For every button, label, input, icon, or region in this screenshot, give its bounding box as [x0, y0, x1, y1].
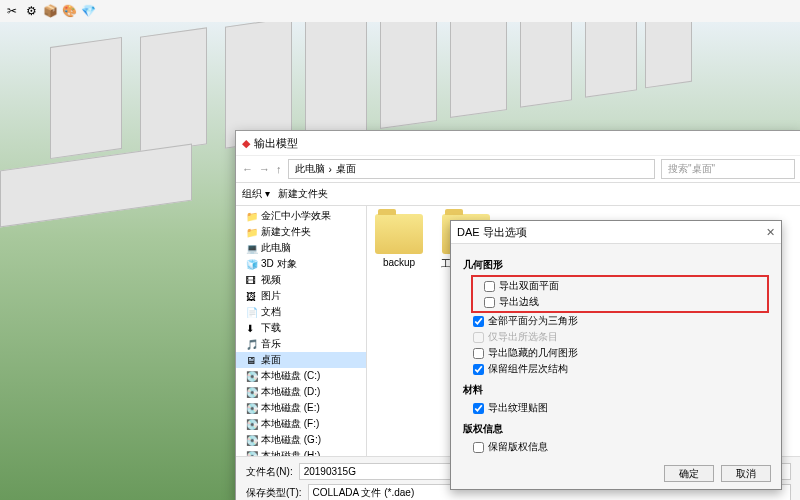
- sidebar-icon: 🎞: [246, 275, 258, 286]
- sidebar-item[interactable]: 🖥桌面: [236, 352, 366, 368]
- sidebar-icon: 💽: [246, 371, 258, 382]
- cb-hidden: 仅导出所选条目: [473, 329, 769, 345]
- cb-two-faces[interactable]: 导出双面平面: [484, 278, 766, 294]
- sidebar-label: 下载: [261, 321, 281, 335]
- sidebar-icon: 📁: [246, 227, 258, 238]
- sidebar-item[interactable]: 🖼图片: [236, 288, 366, 304]
- tool-icon[interactable]: ✂: [4, 3, 20, 19]
- sidebar-item[interactable]: 🎞视频: [236, 272, 366, 288]
- sidebar-item[interactable]: 💽本地磁盘 (H:): [236, 448, 366, 456]
- sidebar-item[interactable]: 💽本地磁盘 (D:): [236, 384, 366, 400]
- new-folder-button[interactable]: 新建文件夹: [278, 187, 328, 201]
- sidebar-label: 新建文件夹: [261, 225, 311, 239]
- file-toolbar: 组织 ▾ 新建文件夹: [236, 183, 800, 206]
- breadcrumb-bar: ← → ↑ 此电脑 › 桌面 搜索"桌面": [236, 156, 800, 183]
- search-input[interactable]: 搜索"桌面": [661, 159, 795, 179]
- options-title: DAE 导出选项: [457, 225, 527, 240]
- ok-button[interactable]: 确定: [664, 465, 714, 482]
- sidebar-icon: ⬇: [246, 323, 258, 334]
- section-copyright: 版权信息: [463, 422, 769, 436]
- sidebar-label: 音乐: [261, 337, 281, 351]
- sidebar-label: 本地磁盘 (G:): [261, 433, 321, 447]
- sidebar-label: 此电脑: [261, 241, 291, 255]
- sidebar-label: 文档: [261, 305, 281, 319]
- tool-icon[interactable]: ⚙: [23, 3, 39, 19]
- forward-icon[interactable]: →: [259, 163, 270, 175]
- cb-textures[interactable]: 导出纹理贴图: [473, 400, 769, 416]
- sidebar-icon: 💽: [246, 451, 258, 457]
- tool-icon[interactable]: 🎨: [61, 3, 77, 19]
- sidebar-item[interactable]: 🎵音乐: [236, 336, 366, 352]
- sidebar-icon: 🖥: [246, 355, 258, 366]
- dialog-title: ◆ 输出模型: [236, 131, 800, 156]
- sidebar-label: 本地磁盘 (C:): [261, 369, 320, 383]
- sidebar-label: 3D 对象: [261, 257, 297, 271]
- cancel-button[interactable]: 取消: [721, 465, 771, 482]
- sidebar-label: 桌面: [261, 353, 281, 367]
- cb-edges[interactable]: 导出边线: [484, 294, 766, 310]
- sidebar-icon: 🎵: [246, 339, 258, 350]
- cb-credits[interactable]: 保留版权信息: [473, 439, 769, 455]
- sidebar-label: 本地磁盘 (F:): [261, 417, 319, 431]
- sidebar-label: 视频: [261, 273, 281, 287]
- sidebar-icon: 💽: [246, 435, 258, 446]
- sidebar-icon: 💽: [246, 387, 258, 398]
- sidebar-icon: 📁: [246, 211, 258, 222]
- filetype-label: 保存类型(T):: [246, 486, 302, 500]
- sidebar-item[interactable]: 🧊3D 对象: [236, 256, 366, 272]
- main-toolbar: ✂ ⚙ 📦 🎨 💎: [0, 0, 800, 23]
- sidebar-icon: 💽: [246, 403, 258, 414]
- section-geometry: 几何图形: [463, 258, 769, 272]
- sidebar-item[interactable]: ⬇下载: [236, 320, 366, 336]
- app-icon: ◆: [242, 137, 250, 150]
- section-material: 材料: [463, 383, 769, 397]
- highlight-box: 导出双面平面 导出边线: [471, 275, 769, 313]
- back-icon[interactable]: ←: [242, 163, 253, 175]
- sidebar-icon: 🖼: [246, 291, 258, 302]
- close-icon[interactable]: ✕: [766, 226, 775, 239]
- up-icon[interactable]: ↑: [276, 163, 282, 175]
- sidebar-item[interactable]: 💽本地磁盘 (G:): [236, 432, 366, 448]
- tool-icon[interactable]: 💎: [80, 3, 96, 19]
- sidebar-label: 本地磁盘 (E:): [261, 401, 320, 415]
- folder-icon: [375, 214, 423, 254]
- sidebar-icon: 🧊: [246, 259, 258, 270]
- sidebar-label: 图片: [261, 289, 281, 303]
- sidebar-icon: 📄: [246, 307, 258, 318]
- dialog-title-text: 输出模型: [254, 136, 298, 151]
- sidebar-item[interactable]: 💽本地磁盘 (F:): [236, 416, 366, 432]
- sidebar-item[interactable]: 📄文档: [236, 304, 366, 320]
- folder-item[interactable]: backup: [375, 214, 423, 268]
- sidebar-label: 金汇中小学效果: [261, 209, 331, 223]
- sidebar-label: 本地磁盘 (H:): [261, 449, 320, 456]
- options-dialog: DAE 导出选项 ✕ 几何图形 导出双面平面 导出边线 全部平面分为三角形 仅导…: [450, 220, 782, 490]
- sidebar-icon: 💽: [246, 419, 258, 430]
- cb-hidden-geo[interactable]: 导出隐藏的几何图形: [473, 345, 769, 361]
- breadcrumb-item[interactable]: 桌面: [336, 162, 356, 176]
- sidebar-icon: 💻: [246, 243, 258, 254]
- cb-triangulate[interactable]: 全部平面分为三角形: [473, 313, 769, 329]
- tool-icon[interactable]: 📦: [42, 3, 58, 19]
- sidebar-label: 本地磁盘 (D:): [261, 385, 320, 399]
- cb-hierarchy[interactable]: 保留组件层次结构: [473, 361, 769, 377]
- sidebar-tree[interactable]: 📁金汇中小学效果📁新建文件夹💻此电脑🧊3D 对象🎞视频🖼图片📄文档⬇下载🎵音乐🖥…: [236, 206, 367, 456]
- organize-menu[interactable]: 组织 ▾: [242, 187, 270, 201]
- sidebar-item[interactable]: 📁新建文件夹: [236, 224, 366, 240]
- breadcrumb-item[interactable]: 此电脑: [295, 162, 325, 176]
- sidebar-item[interactable]: 📁金汇中小学效果: [236, 208, 366, 224]
- path-field[interactable]: 此电脑 › 桌面: [288, 159, 656, 179]
- sidebar-item[interactable]: 💻此电脑: [236, 240, 366, 256]
- filename-label: 文件名(N):: [246, 465, 293, 479]
- sidebar-item[interactable]: 💽本地磁盘 (C:): [236, 368, 366, 384]
- sidebar-item[interactable]: 💽本地磁盘 (E:): [236, 400, 366, 416]
